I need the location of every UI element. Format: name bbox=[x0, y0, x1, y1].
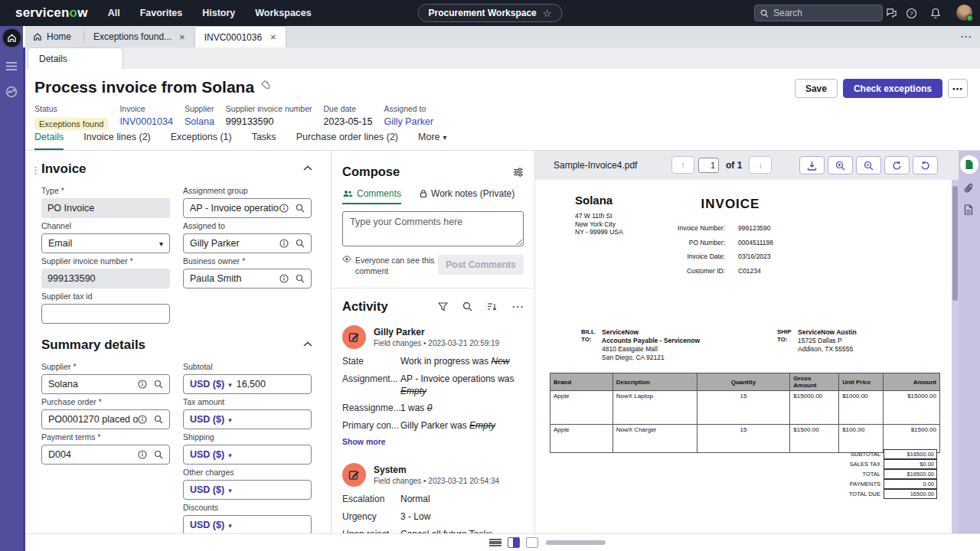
servicenow-logo[interactable]: servicenow bbox=[15, 5, 88, 21]
tab-purchase-order-lines[interactable]: Purchase order lines (2) bbox=[296, 132, 398, 150]
search-icon[interactable] bbox=[462, 302, 472, 311]
compose-settings-icon[interactable] bbox=[513, 168, 524, 177]
tab-comments[interactable]: Comments bbox=[342, 188, 401, 204]
meta-assigned-to: Assigned to Gilly Parker bbox=[384, 104, 433, 130]
tab-home[interactable]: Home bbox=[25, 26, 83, 47]
close-icon[interactable]: × bbox=[270, 31, 276, 43]
zoom-in-button[interactable] bbox=[828, 156, 853, 174]
tab-exceptions[interactable]: Exceptions (1) bbox=[171, 132, 232, 150]
chevron-up-icon[interactable] bbox=[303, 165, 312, 171]
nav-item-workspaces[interactable]: Workspaces bbox=[255, 8, 311, 18]
search-icon[interactable] bbox=[296, 204, 305, 213]
shipping-currency-field[interactable]: USD ($)▾ bbox=[183, 445, 312, 465]
pdf-scrollbar[interactable] bbox=[952, 180, 959, 533]
search-icon[interactable] bbox=[296, 239, 305, 248]
info-icon[interactable] bbox=[279, 239, 289, 248]
supplier-field[interactable]: Solana bbox=[41, 374, 170, 394]
sort-icon[interactable] bbox=[487, 302, 497, 311]
tax-amount-currency-field[interactable]: USD ($)▾ bbox=[183, 409, 312, 429]
download-button[interactable] bbox=[799, 156, 825, 174]
rotate-clockwise-button[interactable] bbox=[884, 156, 910, 174]
check-exceptions-button[interactable]: Check exceptions bbox=[843, 79, 942, 98]
required-marker: * bbox=[242, 257, 245, 266]
nav-menu: All Favorites History Workspaces bbox=[108, 8, 312, 18]
info-icon[interactable] bbox=[138, 415, 147, 424]
attachment-selected[interactable] bbox=[960, 155, 978, 174]
info-icon[interactable] bbox=[279, 274, 289, 283]
nav-item-favorites[interactable]: Favorites bbox=[140, 8, 183, 18]
workspace-pill[interactable]: Procurement Workspace ☆ bbox=[418, 4, 563, 22]
search-input[interactable] bbox=[773, 8, 865, 18]
discounts-currency-field[interactable]: USD ($)▾ bbox=[183, 515, 312, 533]
nav-item-history[interactable]: History bbox=[202, 8, 235, 18]
tab-invc0001036[interactable]: INVC0001036 × bbox=[194, 26, 286, 47]
activity-row: Reassignme...1 was 0 bbox=[342, 403, 524, 415]
filter-icon[interactable] bbox=[438, 302, 448, 311]
help-icon[interactable]: ? bbox=[903, 5, 919, 21]
invoice-link[interactable]: INV0001034 bbox=[119, 116, 173, 127]
split-view-icon[interactable] bbox=[508, 537, 520, 548]
full-view-icon[interactable] bbox=[526, 537, 538, 548]
search-icon[interactable] bbox=[154, 380, 163, 389]
globe-icon[interactable] bbox=[5, 86, 18, 98]
invoice-line-table: Brand Description Quantity Gross Amount … bbox=[550, 373, 940, 453]
list-view-icon[interactable] bbox=[489, 537, 501, 548]
required-marker: * bbox=[98, 433, 101, 442]
chat-icon[interactable] bbox=[884, 5, 899, 21]
paperclip-icon[interactable] bbox=[964, 183, 974, 194]
document-icon[interactable] bbox=[964, 204, 973, 215]
tab-tasks[interactable]: Tasks bbox=[252, 132, 276, 150]
activity-meta: Field changes • 2023-03-21 20:59:19 bbox=[374, 339, 499, 347]
supplier-link[interactable]: Solana bbox=[185, 116, 214, 127]
close-icon[interactable]: × bbox=[179, 31, 185, 43]
assigned-to-link[interactable]: Gilly Parker bbox=[384, 116, 433, 127]
page-down-button[interactable]: ↓ bbox=[749, 156, 772, 174]
tab-details[interactable]: Details bbox=[34, 132, 64, 150]
tab-work-notes[interactable]: Work notes (Private) bbox=[420, 188, 514, 204]
home-icon[interactable] bbox=[2, 28, 22, 48]
purchase-order-field[interactable]: PO0001270 placed on 202 bbox=[41, 409, 170, 429]
rotate-counterclockwise-button[interactable] bbox=[913, 156, 938, 174]
page-up-button[interactable]: ↑ bbox=[671, 156, 694, 174]
save-button[interactable]: Save bbox=[795, 79, 838, 98]
subtab-details[interactable]: Details bbox=[28, 47, 123, 69]
tab-exceptions-found[interactable]: Exceptions found... × bbox=[84, 26, 194, 47]
supplier-tax-id-input[interactable] bbox=[41, 304, 170, 324]
tab-invoice-lines[interactable]: Invoice lines (2) bbox=[83, 132, 151, 150]
search-icon[interactable] bbox=[154, 415, 163, 424]
assigned-to-field[interactable]: Gilly Parker bbox=[183, 233, 312, 253]
menu-list-icon[interactable] bbox=[5, 61, 18, 71]
pdf-scroll-thumb[interactable] bbox=[952, 186, 958, 301]
chevron-up-icon[interactable] bbox=[303, 341, 312, 347]
payment-terms-field[interactable]: D004 bbox=[41, 445, 170, 465]
info-icon[interactable] bbox=[138, 380, 147, 389]
show-more-link[interactable]: Show more bbox=[342, 437, 524, 446]
info-icon[interactable] bbox=[138, 450, 147, 459]
more-icon[interactable]: ⋯ bbox=[511, 299, 524, 314]
zoom-out-button[interactable] bbox=[856, 156, 881, 174]
favorite-star-icon[interactable]: ☆ bbox=[543, 8, 552, 19]
search-icon[interactable] bbox=[154, 450, 163, 459]
field-supplier-tax-id: Supplier tax id bbox=[41, 292, 170, 324]
horizontal-scroll-thumb[interactable] bbox=[546, 540, 606, 545]
subtotal-currency-field[interactable]: USD ($)▾16,500 bbox=[183, 374, 312, 394]
bell-icon[interactable] bbox=[928, 5, 943, 21]
info-icon[interactable] bbox=[279, 204, 289, 213]
channel-select[interactable]: Email▾ bbox=[41, 233, 170, 253]
nav-item-all[interactable]: All bbox=[108, 8, 120, 18]
search-icon[interactable] bbox=[296, 274, 305, 283]
section-kebab-icon[interactable]: ⋮ bbox=[31, 165, 41, 176]
tab-more[interactable]: More▾ bbox=[418, 132, 447, 150]
assignment-group-field[interactable]: AP - Invoice operations bbox=[183, 198, 312, 218]
comments-textarea[interactable] bbox=[342, 211, 524, 246]
page-number-input[interactable] bbox=[698, 158, 719, 173]
business-owner-field[interactable]: Paula Smith bbox=[183, 269, 312, 289]
activity-row: Assignment...AP - Invoice operations was… bbox=[342, 373, 524, 397]
tag-icon[interactable] bbox=[260, 80, 270, 90]
tab-overflow-icon[interactable]: ⋯ bbox=[960, 30, 972, 44]
other-charges-currency-field[interactable]: USD ($)▾ bbox=[183, 480, 312, 500]
global-search[interactable] bbox=[754, 5, 883, 21]
post-comments-button[interactable]: Post Comments bbox=[438, 255, 524, 275]
more-actions-button[interactable]: ⋯ bbox=[948, 79, 968, 98]
user-avatar[interactable] bbox=[956, 5, 972, 21]
